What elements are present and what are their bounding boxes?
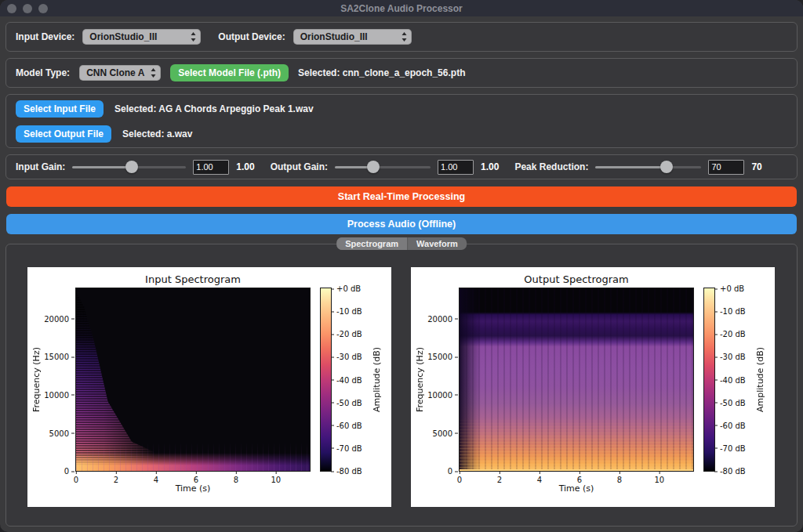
model-section: Model Type: CNN Clone A Select Model Fil…: [5, 58, 798, 88]
y-tick: 15000: [427, 353, 452, 361]
output-file-selected-text: Selected: a.wav: [122, 128, 192, 139]
output-device-label: Output Device:: [218, 31, 285, 42]
devices-section: Input Device: OrionStudio_III Output Dev…: [5, 22, 798, 52]
spectrogram-low-band: [460, 416, 693, 471]
select-model-file-button[interactable]: Select Model File (.pth): [170, 64, 289, 81]
titlebar: SA2Clone Audio Processor: [0, 0, 803, 16]
y-tick: 5000: [433, 429, 452, 437]
input-spectrogram-card: Input Spectrogram Frequency (Hz) 0 5000 …: [27, 267, 391, 507]
x-tick: 0: [457, 476, 462, 484]
x-tick: 6: [577, 476, 582, 484]
output-gain-field[interactable]: [438, 160, 474, 175]
select-output-file-button[interactable]: Select Output File: [16, 125, 111, 143]
x-tick: 4: [537, 476, 542, 484]
input-gain-slider[interactable]: [72, 160, 186, 174]
process-audio-offline-button[interactable]: Process Audio (Offline): [6, 214, 797, 234]
input-file-row: Select Input File Selected: AG A Chords …: [16, 100, 314, 118]
output-gain-label: Output Gain:: [271, 161, 328, 172]
colorbar-tick: -20 dB: [720, 330, 746, 338]
input-gain-label: Input Gain:: [16, 161, 65, 172]
model-type-dropdown[interactable]: CNN Clone A: [79, 65, 161, 81]
updown-chevron-icon: [401, 31, 408, 42]
minimize-button[interactable]: [23, 4, 32, 13]
slider-thumb[interactable]: [367, 161, 380, 173]
colorbar-tick: -50 dB: [720, 398, 746, 407]
traffic-lights: [7, 4, 48, 13]
start-realtime-processing-button[interactable]: Start Real-Time Processing: [6, 186, 797, 207]
model-type-value: CNN Clone A: [86, 67, 144, 78]
slider-thumb[interactable]: [660, 161, 673, 173]
output-gain-value: 1.00: [481, 161, 499, 172]
colorbar: +0 dB -10 dB -20 dB -30 dB -40 dB -50 dB…: [320, 288, 332, 472]
app-window: SA2Clone Audio Processor Input Device: O…: [0, 0, 803, 532]
x-tick: 0: [74, 476, 78, 484]
y-tick: 0: [448, 467, 452, 476]
output-spectrogram-plot: 0 5000 10000 15000 20000 0 2 4 6 8 10: [459, 288, 694, 472]
colorbar-tick: -10 dB: [336, 307, 362, 316]
output-device-value: OrionStudio_III: [300, 31, 395, 42]
peak-reduction-value: 70: [751, 161, 761, 172]
peak-reduction-label: Peak Reduction:: [514, 161, 588, 172]
slider-thumb[interactable]: [125, 161, 138, 173]
colorbar-tick: -80 dB: [720, 467, 746, 476]
colorbar-tick: -60 dB: [720, 421, 746, 429]
y-tick: 20000: [44, 314, 69, 323]
x-tick: 4: [154, 476, 158, 484]
model-selected-text: Selected: cnn_clone_a_epoch_56.pth: [298, 67, 465, 78]
x-tick: 6: [194, 476, 198, 484]
zoom-button[interactable]: [38, 4, 48, 13]
output-spectrogram-card: Output Spectrogram Frequency (Hz) 0 5000…: [411, 267, 775, 507]
spectrogram-noise: [76, 442, 310, 471]
y-tick: 0: [64, 467, 69, 476]
input-spectrogram-plot: 0 5000 10000 15000 20000 0 2 4 6 8 10: [75, 288, 311, 472]
x-axis-label: Time (s): [75, 483, 311, 494]
colorbar-tick: -30 dB: [336, 353, 362, 361]
output-gain-slider[interactable]: [335, 160, 431, 174]
view-tabbar: Spectrogram Waveform: [336, 237, 467, 250]
tab-waveform[interactable]: Waveform: [407, 237, 467, 250]
colorbar-tick: -70 dB: [720, 443, 746, 452]
model-type-label: Model Type:: [16, 67, 70, 78]
window-title: SA2Clone Audio Processor: [0, 3, 803, 14]
files-section: Select Input File Selected: AG A Chords …: [5, 94, 798, 148]
slider-track[interactable]: [595, 166, 701, 168]
colorbar-tick: -30 dB: [720, 353, 746, 361]
gains-section: Input Gain: 1.00 Output Gain: 1.00 Peak …: [5, 154, 798, 179]
y-tick: 20000: [427, 314, 452, 323]
colorbar-tick: +0 dB: [336, 284, 361, 293]
input-device-dropdown[interactable]: OrionStudio_III: [82, 29, 201, 45]
input-device-label: Input Device:: [16, 31, 74, 42]
y-tick: 5000: [49, 429, 69, 437]
x-tick: 2: [497, 476, 502, 484]
close-button[interactable]: [7, 4, 16, 13]
plot-title: Output Spectrogram: [459, 273, 694, 285]
x-tick: 8: [617, 476, 622, 484]
output-device-dropdown[interactable]: OrionStudio_III: [293, 29, 412, 45]
y-axis-label: Frequency (Hz): [31, 288, 42, 472]
input-device-value: OrionStudio_III: [89, 31, 184, 42]
plot-title: Input Spectrogram: [75, 273, 311, 285]
colorbar-tick: -80 dB: [336, 467, 362, 476]
peak-reduction-slider[interactable]: [595, 160, 701, 174]
slider-track[interactable]: [335, 166, 431, 168]
y-tick: 15000: [44, 353, 69, 361]
colorbar-tick: -70 dB: [336, 443, 362, 452]
colorbar-tick: -40 dB: [720, 375, 746, 384]
colorbar-tick: -20 dB: [336, 330, 362, 338]
input-gain-field[interactable]: [193, 160, 229, 175]
x-tick: 8: [234, 476, 238, 484]
input-gain-value: 1.00: [236, 161, 254, 172]
updown-chevron-icon: [150, 67, 157, 78]
spectrogram-baseline: [460, 469, 693, 471]
tab-spectrogram[interactable]: Spectrogram: [336, 237, 407, 250]
peak-reduction-field[interactable]: [708, 160, 744, 175]
colorbar: +0 dB -10 dB -20 dB -30 dB -40 dB -50 dB…: [703, 288, 715, 472]
y-tick: 10000: [427, 390, 452, 399]
colorbar-tick: -60 dB: [336, 421, 362, 429]
select-input-file-button[interactable]: Select Input File: [16, 100, 104, 118]
x-axis-label: Time (s): [459, 483, 694, 494]
colorbar-tick: +0 dB: [720, 284, 744, 293]
input-gain-group: Input Gain: 1.00: [16, 160, 255, 175]
colorbar-label: Amplitude (dB): [371, 288, 382, 472]
colorbar-tick: -50 dB: [336, 398, 362, 407]
